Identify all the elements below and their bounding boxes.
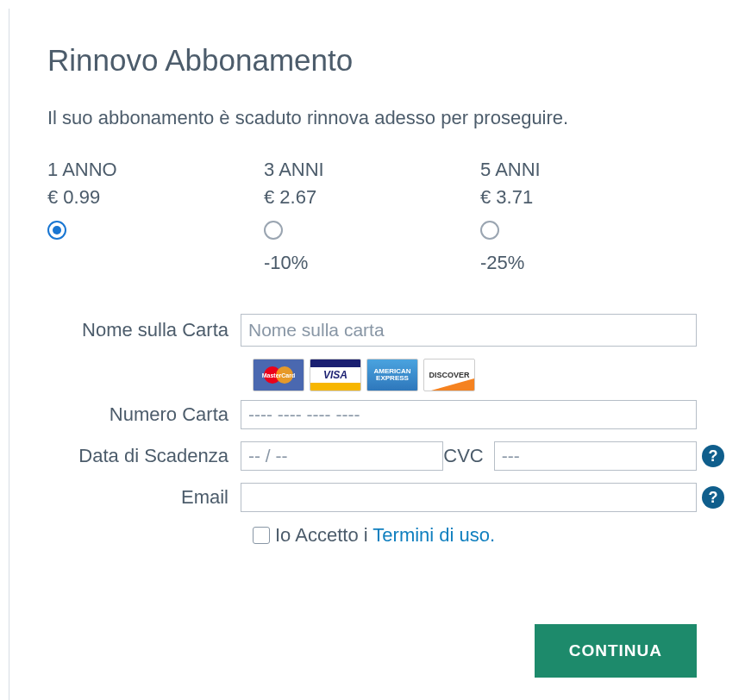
amex-icon: AMERICANEXPRESS xyxy=(366,359,418,391)
terms-row: Io Accetto i Termini di uso. xyxy=(253,524,697,547)
terms-accept-text: Io Accetto i xyxy=(275,524,372,546)
cvc-input[interactable] xyxy=(494,441,697,471)
expiry-input[interactable] xyxy=(241,441,443,471)
plan-3-anni[interactable]: 3 ANNI € 2.67 -10% xyxy=(264,159,480,274)
plan-price: € 3.71 xyxy=(480,186,697,209)
email-input[interactable] xyxy=(241,483,697,512)
plan-label: 5 ANNI xyxy=(480,159,697,181)
cvc-help-icon[interactable]: ? xyxy=(702,445,724,467)
page-subtitle: Il suo abbonamento è scaduto rinnova ade… xyxy=(47,107,697,129)
page-title: Rinnovo Abbonamento xyxy=(47,43,697,78)
cardname-label: Nome sulla Carta xyxy=(47,319,241,341)
cardname-input[interactable] xyxy=(241,314,697,347)
plan-label: 3 ANNI xyxy=(264,159,480,181)
visa-icon: VISA xyxy=(310,359,361,391)
plan-price: € 2.67 xyxy=(264,186,480,209)
plan-radio[interactable] xyxy=(264,221,283,240)
mastercard-icon: MasterCard xyxy=(253,359,304,391)
card-brand-logos: MasterCard VISA AMERICANEXPRESS DISCOVER xyxy=(253,359,697,391)
plan-discount: -10% xyxy=(264,252,480,274)
continue-button[interactable]: CONTINUA xyxy=(535,624,697,678)
email-help-icon[interactable]: ? xyxy=(702,486,724,509)
terms-link[interactable]: Termini di uso. xyxy=(372,524,495,546)
plan-1-anno[interactable]: 1 ANNO € 0.99 xyxy=(47,159,264,274)
plan-discount: -25% xyxy=(480,252,697,274)
discover-icon: DISCOVER xyxy=(423,359,475,391)
expiry-label: Data di Scadenza xyxy=(47,445,241,467)
cvc-label: CVC xyxy=(443,445,483,467)
cardnum-input[interactable] xyxy=(241,400,697,429)
plan-options: 1 ANNO € 0.99 3 ANNI € 2.67 -10% 5 ANNI … xyxy=(47,159,697,274)
plan-label: 1 ANNO xyxy=(47,159,264,181)
renewal-form: Rinnovo Abbonamento Il suo abbonamento è… xyxy=(9,9,735,700)
plan-5-anni[interactable]: 5 ANNI € 3.71 -25% xyxy=(480,159,697,274)
email-label: Email xyxy=(47,486,241,509)
plan-radio[interactable] xyxy=(480,221,499,240)
plan-radio[interactable] xyxy=(47,221,66,240)
terms-checkbox[interactable] xyxy=(253,527,270,544)
plan-price: € 0.99 xyxy=(47,186,264,209)
cardnum-label: Numero Carta xyxy=(47,403,241,426)
